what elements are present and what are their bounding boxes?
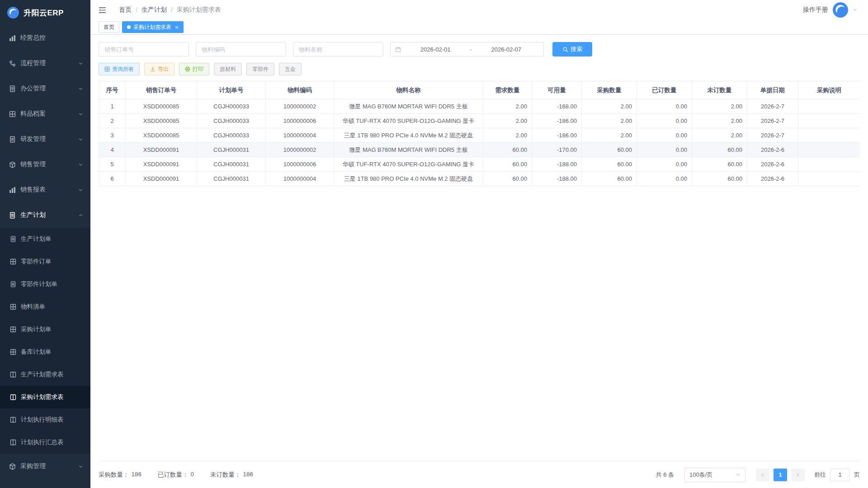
sidebar-item-material-archive[interactable]: 料品档案	[0, 101, 90, 127]
rd-icon	[9, 136, 16, 143]
export-button[interactable]: 导出	[144, 63, 175, 75]
cell: 1000000002	[266, 99, 334, 114]
table-row[interactable]: 4XSDD000091CGJH0000311000000002微星 MAG B7…	[99, 143, 860, 157]
material-code-input[interactable]	[196, 42, 286, 56]
prev-page-button[interactable]	[756, 469, 769, 481]
app-root: 升阳云ERP 经营总控流程管理办公管理料品档案研发管理销售管理销售报表生产计划生…	[0, 0, 868, 488]
sidebar-item-process-mgmt[interactable]: 流程管理	[0, 51, 90, 76]
stat-label: 已订数量：	[158, 471, 189, 479]
sidebar-item-label: 生产计划	[20, 211, 46, 219]
sidebar-item-purchase-mgmt[interactable]: 采购管理	[0, 454, 90, 479]
breadcrumb-item[interactable]: 首页	[119, 6, 132, 14]
cell: 2.00	[692, 128, 747, 143]
main-panel: 首页/生产计划/采购计划需求表 操作手册 首页采购计划需求表×	[90, 0, 868, 488]
sidebar-item-label: 采购管理	[20, 462, 46, 470]
sidebar-item-purchase-plan-demand[interactable]: 采购计划需求表	[0, 386, 90, 408]
avatar[interactable]	[833, 2, 848, 18]
sidebar-item-bom-list[interactable]: 物料清单	[0, 296, 90, 318]
page-size-value: 100条/页	[689, 471, 712, 479]
table-row[interactable]: 1XSDD000085CGJH0000331000000002微星 MAG B7…	[99, 99, 860, 114]
stat-value: 186	[243, 471, 254, 479]
query-all-button[interactable]: 查询所有	[99, 63, 140, 75]
table-row[interactable]: 6XSDD000091CGJH0000311000000004三星 1TB 98…	[99, 172, 860, 186]
sidebar-item-production-plan[interactable]: 生产计划	[0, 202, 90, 228]
sidebar-item-production-plan-demand[interactable]: 生产计划需求表	[0, 363, 90, 386]
sidebar: 升阳云ERP 经营总控流程管理办公管理料品档案研发管理销售管理销售报表生产计划生…	[0, 0, 90, 488]
table-row[interactable]: 5XSDD000091CGJH0000311000000006华硕 TUF-RT…	[99, 157, 860, 172]
cell: XSDD000091	[126, 157, 197, 172]
sidebar-item-label: 计划执行明细表	[21, 416, 64, 424]
cell: 2.00	[692, 99, 747, 114]
cell: 1000000004	[266, 172, 334, 186]
chevron-down-icon	[78, 86, 83, 91]
chevron-left-icon	[760, 472, 765, 478]
cell: 0.00	[637, 172, 692, 186]
sidebar-item-plan-execution-detail[interactable]: 计划执行明细表	[0, 408, 90, 431]
breadcrumb-item[interactable]: 生产计划	[142, 6, 167, 14]
column-header: 单据日期	[747, 81, 798, 99]
hardware-button[interactable]: 五金	[279, 63, 302, 75]
tab-home[interactable]: 首页	[99, 21, 119, 33]
parts-button[interactable]: 零部件	[246, 63, 274, 75]
column-header: 可用量	[532, 81, 582, 99]
manual-link[interactable]: 操作手册	[803, 6, 828, 14]
date-end[interactable]: 2026-02-07	[474, 46, 539, 53]
cell: 1000000006	[266, 157, 334, 172]
cell	[798, 114, 860, 128]
user-menu-caret-icon[interactable]	[853, 8, 857, 12]
sidebar-item-purchase-plan-order[interactable]: 采购计划单	[0, 318, 90, 341]
archive-icon	[9, 111, 16, 117]
fold-menu-icon[interactable]	[99, 6, 106, 14]
data-table: 序号销售订单号计划单号物料编码物料名称需求数量可用量采购数量已订数量未订数量单据…	[99, 81, 860, 461]
tab-label: 采购计划需求表	[133, 23, 171, 31]
date-range-picker[interactable]: 2026-02-01 - 2026-02-07	[390, 42, 544, 56]
sidebar-item-workshop-settings[interactable]: 车间设置	[0, 479, 90, 488]
goto-page-input[interactable]	[830, 469, 850, 481]
page-size-select[interactable]: 100条/页	[684, 468, 745, 482]
close-icon[interactable]: ×	[175, 24, 179, 30]
action-bar: 查询所有导出打印原材料零部件五金	[99, 63, 860, 75]
active-tab-dot	[127, 25, 131, 29]
sidebar-item-business-overview[interactable]: 经营总控	[0, 25, 90, 51]
office-icon	[9, 85, 16, 92]
sidebar-item-stock-plan-order[interactable]: 备库计划单	[0, 341, 90, 363]
sidebar-item-office-mgmt[interactable]: 办公管理	[0, 76, 90, 101]
table-row[interactable]: 3XSDD000085CGJH0000331000000004三星 1TB 98…	[99, 128, 860, 143]
raw-material-button[interactable]: 原材料	[214, 63, 242, 75]
sidebar-item-production-plan-order[interactable]: 生产计划单	[0, 228, 90, 250]
content: 2026-02-01 - 2026-02-07 搜索 查询所有导出打印原材料零部…	[90, 35, 868, 461]
sales-order-input[interactable]	[99, 42, 189, 56]
filter-bar: 2026-02-01 - 2026-02-07 搜索	[99, 42, 860, 56]
sidebar-item-label: 采购计划需求表	[21, 393, 64, 401]
goto-suffix: 页	[854, 471, 860, 479]
button-label: 零部件	[252, 66, 269, 73]
topbar-right: 操作手册	[803, 2, 857, 18]
search-button[interactable]: 搜索	[552, 42, 592, 56]
topbar: 首页/生产计划/采购计划需求表 操作手册	[90, 0, 868, 20]
sidebar-item-plan-execution-summary[interactable]: 计划执行汇总表	[0, 431, 90, 454]
current-page-button[interactable]: 1	[774, 469, 787, 481]
date-separator: -	[470, 46, 472, 53]
cell: 2026-2-6	[747, 143, 798, 157]
print-icon	[185, 66, 190, 72]
goto-label: 前往	[814, 471, 826, 479]
table-row[interactable]: 2XSDD000085CGJH0000331000000006华硕 TUF-RT…	[99, 114, 860, 128]
material-name-input[interactable]	[293, 42, 383, 56]
date-start[interactable]: 2026-02-01	[403, 46, 468, 53]
sales-report-icon	[9, 187, 16, 193]
cell: XSDD000085	[126, 99, 197, 114]
next-page-button[interactable]	[791, 469, 805, 481]
print-button[interactable]: 打印	[179, 63, 209, 75]
sidebar-item-rd-mgmt[interactable]: 研发管理	[0, 127, 90, 152]
tab-purchase-plan-demand[interactable]: 采购计划需求表×	[122, 21, 184, 33]
sidebar-item-parts-plan-order[interactable]: 零部件计划单	[0, 273, 90, 296]
sidebar-item-label: 销售报表	[20, 186, 46, 194]
sidebar-item-label: 销售管理	[20, 160, 46, 169]
sidebar-item-label: 生产计划单	[21, 235, 52, 243]
sidebar-item-parts-order[interactable]: 零部件订单	[0, 250, 90, 273]
button-label: 打印	[193, 66, 203, 73]
cell	[798, 157, 860, 172]
chevron-down-icon	[853, 8, 857, 12]
sidebar-item-sales-mgmt[interactable]: 销售管理	[0, 152, 90, 177]
sidebar-item-sales-report[interactable]: 销售报表	[0, 177, 90, 202]
